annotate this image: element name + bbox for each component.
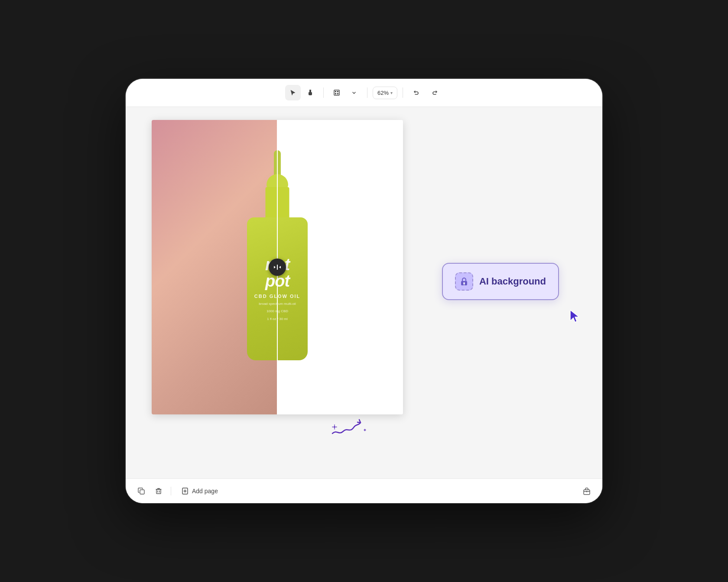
device-frame: 62% ▾ bbox=[126, 79, 602, 503]
ai-icon-wrap bbox=[455, 272, 473, 291]
redo-button[interactable] bbox=[427, 85, 443, 100]
canvas-area: not pot CBD GLOW OIL broad spectrum mult… bbox=[126, 107, 602, 479]
toolbar-divider-1 bbox=[323, 87, 324, 98]
bottom-toolbar: Add page bbox=[126, 479, 602, 503]
ai-lock-icon bbox=[459, 277, 469, 286]
toolbar: 62% ▾ bbox=[126, 79, 602, 107]
svg-rect-2 bbox=[337, 91, 338, 92]
svg-rect-17 bbox=[156, 489, 161, 494]
svg-rect-4 bbox=[337, 93, 338, 94]
svg-rect-1 bbox=[335, 91, 336, 92]
svg-rect-16 bbox=[140, 490, 144, 494]
canvas-content: not pot CBD GLOW OIL broad spectrum mult… bbox=[152, 120, 403, 414]
svg-rect-3 bbox=[335, 93, 336, 94]
toolbar-divider-2 bbox=[367, 87, 367, 98]
ai-background-label: AI background bbox=[479, 276, 546, 287]
zoom-chevron-icon: ▾ bbox=[390, 91, 393, 95]
bottom-left-controls: Add page bbox=[134, 484, 223, 498]
select-tool-button[interactable] bbox=[285, 85, 301, 100]
zoom-value: 62% bbox=[377, 90, 389, 96]
add-page-label: Add page bbox=[192, 488, 218, 495]
tool-group-frame bbox=[329, 85, 362, 100]
frame-dropdown-button[interactable] bbox=[346, 85, 362, 100]
svg-point-6 bbox=[334, 426, 335, 428]
svg-rect-0 bbox=[334, 90, 339, 95]
zoom-control[interactable]: 62% ▾ bbox=[373, 87, 397, 99]
bottom-right-controls bbox=[580, 484, 594, 498]
frame-tool-button[interactable] bbox=[329, 85, 344, 100]
delete-page-button[interactable] bbox=[152, 484, 166, 498]
squiggle-decoration bbox=[328, 412, 371, 440]
ai-background-card[interactable]: AI background bbox=[442, 263, 559, 300]
hand-tool-button[interactable] bbox=[302, 85, 318, 100]
bottom-divider bbox=[171, 487, 171, 495]
toolbar-divider-3 bbox=[403, 87, 403, 98]
settings-button[interactable] bbox=[580, 484, 594, 498]
scrubber-handle[interactable] bbox=[269, 259, 286, 276]
tool-group-select bbox=[285, 85, 318, 100]
add-page-button[interactable]: Add page bbox=[176, 485, 223, 498]
undo-button[interactable] bbox=[408, 85, 424, 100]
svg-point-27 bbox=[586, 491, 588, 492]
copy-page-button[interactable] bbox=[134, 484, 148, 498]
